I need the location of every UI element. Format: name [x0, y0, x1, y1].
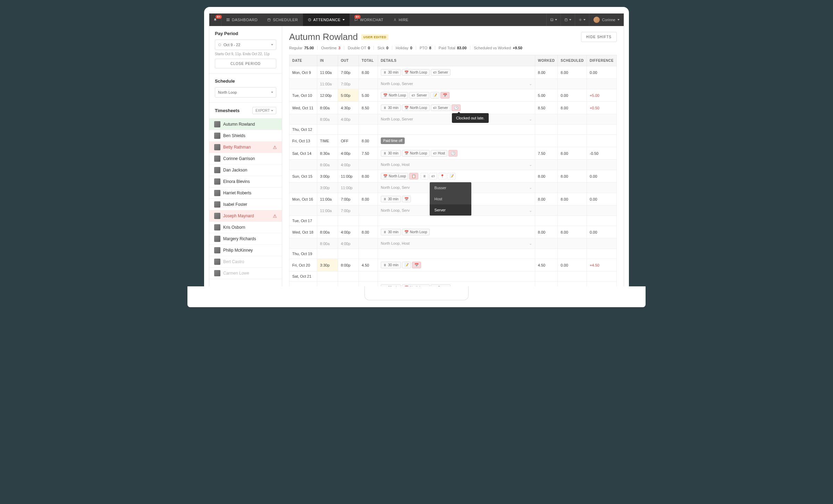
nav-settings[interactable]: [575, 14, 589, 26]
warning-icon: ⚠: [273, 213, 277, 219]
store-icon: [564, 18, 568, 22]
employee-name: Bert Castro: [223, 259, 244, 264]
dropdown-option[interactable]: Busser: [430, 182, 471, 193]
monitor-stand: [187, 286, 646, 307]
alert-tag[interactable]: 📋: [409, 173, 418, 179]
avatar: [214, 224, 220, 230]
avatar: [214, 133, 220, 139]
employee-row[interactable]: Carmen Lowe: [209, 268, 282, 279]
role-tag[interactable]: 🏷 Server: [431, 104, 451, 111]
hide-shifts-button[interactable]: HIDE SHIFTS: [581, 32, 617, 42]
table-row: Fri, Oct 203:30p8:00p4.50 ⏸ 30 min📝📅 4.5…: [289, 259, 617, 271]
chevron-down-icon: [617, 19, 620, 20]
role-tag[interactable]: 🏷 Host: [431, 150, 448, 157]
dropdown-option[interactable]: Host: [430, 193, 471, 204]
schedule-select[interactable]: North Loop: [215, 87, 276, 98]
person-icon: [393, 18, 397, 22]
nav-profile[interactable]: Corinne: [589, 14, 624, 26]
add-break-tag[interactable]: ⏸: [421, 173, 428, 179]
unscheduled-tag[interactable]: 📅: [412, 262, 421, 268]
nav-hire[interactable]: HIRE: [388, 14, 413, 26]
chevron-down-icon[interactable]: ⌄: [529, 82, 532, 86]
employee-row[interactable]: Autumn Rowland: [209, 119, 282, 130]
chevron-down-icon[interactable]: ⌄: [529, 185, 532, 190]
svg-point-6: [394, 19, 395, 20]
table-row: Sat, Oct 21: [289, 271, 617, 282]
location-tag[interactable]: 📅 North Loop: [402, 69, 429, 76]
location-tag[interactable]: 📅 North Loop: [381, 92, 408, 99]
app-screen: 9+ DASHBOARD SCHEDULER ATTENDANCE 9+ WOR…: [209, 13, 624, 287]
break-tag[interactable]: ⏸ 30 min: [381, 262, 401, 268]
chevron-down-icon: [555, 19, 557, 20]
add-note-tag[interactable]: 📝: [447, 173, 456, 179]
nav-inbox[interactable]: [546, 14, 561, 26]
warning-icon: ⚠: [273, 145, 277, 150]
pto-tag[interactable]: Paid time off: [381, 137, 405, 144]
employee-row[interactable]: Bert Castro: [209, 256, 282, 268]
employee-row[interactable]: Isabel Foster: [209, 199, 282, 210]
nav-location[interactable]: [561, 14, 575, 26]
location-tag[interactable]: 📅: [402, 196, 411, 202]
role-tag[interactable]: 🏷 Server: [409, 92, 429, 99]
employee-row[interactable]: Margery Richards: [209, 233, 282, 245]
employee-name: Joseph Maynard: [223, 213, 254, 218]
notification-badge: 9+: [216, 15, 222, 19]
break-tag[interactable]: ⏸ 30 min: [381, 229, 401, 235]
close-period-button[interactable]: CLOSE PERIOD: [215, 59, 276, 68]
avatar: [214, 213, 220, 219]
pay-period-hint: Starts Oct 9, 11p. Ends Oct 22, 11p: [215, 52, 276, 56]
break-tag[interactable]: ⏸ 30 min: [381, 196, 401, 202]
employee-row[interactable]: Kris Osborn: [209, 222, 282, 233]
late-tag[interactable]: 🕐: [448, 150, 457, 157]
tooltip: Clocked out late.: [452, 113, 489, 123]
unscheduled-tag[interactable]: 📅: [440, 92, 449, 99]
employee-row[interactable]: Betty Rathman⚠: [209, 142, 282, 153]
nav-attendance[interactable]: ATTENDANCE: [303, 14, 350, 26]
employee-row[interactable]: Elnora Blevins: [209, 176, 282, 187]
break-tag[interactable]: ⏸ 30 min: [381, 69, 401, 76]
break-tag[interactable]: ⏸ 30 min: [381, 104, 401, 111]
role-tag[interactable]: 🏷 Server: [431, 69, 451, 76]
location-tag[interactable]: 📅 North Loop: [381, 173, 408, 179]
location-tag[interactable]: 📅 North Loop: [402, 229, 429, 235]
add-role-tag[interactable]: 🏷 Busser Host Server: [429, 173, 437, 179]
note-tag[interactable]: 📝: [402, 262, 411, 268]
break-tag[interactable]: ⏸ 30 min: [381, 150, 401, 157]
avatar: [214, 201, 220, 208]
dropdown-option[interactable]: Server: [430, 204, 471, 216]
table-row: Wed, Oct 188:00a4:00p8.00 ⏸ 30 min📅 Nort…: [289, 226, 617, 238]
location-tag[interactable]: 📅 North Loop: [402, 104, 429, 111]
employee-name: Margery Richards: [223, 236, 256, 241]
employee-name: Ben Shields: [223, 133, 245, 138]
employee-row[interactable]: Joseph Maynard⚠: [209, 210, 282, 222]
sidebar: Pay Period Oct 9 - 22 Starts Oct 9, 11p.…: [209, 26, 282, 286]
location-tag[interactable]: 📅 North Loop: [402, 150, 429, 157]
employee-row[interactable]: Corinne Garrison: [209, 153, 282, 165]
avatar: [214, 156, 220, 162]
pay-period-select[interactable]: Oct 9 - 22: [215, 40, 276, 50]
employee-row[interactable]: Harriet Roberts: [209, 187, 282, 199]
nav-scheduler[interactable]: SCHEDULER: [262, 14, 303, 26]
svg-rect-0: [227, 18, 228, 19]
employee-name: Carmen Lowe: [223, 271, 249, 276]
monitor-frame: 9+ DASHBOARD SCHEDULER ATTENDANCE 9+ WOR…: [204, 7, 629, 287]
employee-row[interactable]: Philip McKinney: [209, 245, 282, 256]
export-button[interactable]: EXPORT: [252, 107, 276, 114]
late-tag[interactable]: 🕐Clocked out late.: [452, 104, 461, 111]
chevron-down-icon[interactable]: ⌄: [529, 117, 532, 121]
chevron-down-icon[interactable]: ⌄: [529, 241, 532, 246]
nav-dashboard[interactable]: DASHBOARD: [221, 14, 262, 26]
chevron-down-icon[interactable]: ⌄: [529, 208, 532, 213]
nav-notifications[interactable]: 9+: [209, 14, 221, 26]
note-tag[interactable]: 📝: [430, 92, 439, 99]
table-row: Thu, Oct 12: [289, 125, 617, 135]
chevron-down-icon[interactable]: ⌄: [529, 162, 532, 167]
table-row: Sun, Oct 2211:00a7:00p8.00 ⏸ 30 min📅 Nor…: [289, 282, 617, 287]
add-pin-tag[interactable]: 📍: [438, 173, 446, 179]
summary-stats: Regular 75.00 Overtime 3 Double OT 0 Sic…: [289, 46, 617, 50]
avatar: [214, 144, 220, 150]
employee-row[interactable]: Ben Shields: [209, 130, 282, 142]
employee-row[interactable]: Dan Jackson: [209, 165, 282, 176]
nav-workchat[interactable]: 9+ WORKCHAT: [350, 14, 388, 26]
employee-name: Harriet Roberts: [223, 191, 251, 195]
